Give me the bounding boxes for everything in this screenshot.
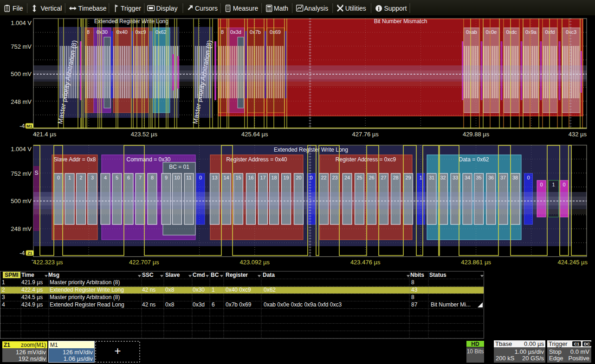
svg-text:Bit Number Mi...: Bit Number Mi... bbox=[431, 301, 471, 308]
svg-text:Cmd: Cmd bbox=[193, 272, 205, 278]
svg-text:8: 8 bbox=[411, 279, 414, 286]
svg-text:36: 36 bbox=[488, 175, 494, 180]
svg-text:2: 2 bbox=[2, 287, 5, 293]
svg-text:1.00 µs/div: 1.00 µs/div bbox=[515, 348, 544, 355]
svg-text:752 mV: 752 mV bbox=[11, 43, 32, 50]
svg-text:32: 32 bbox=[440, 175, 446, 180]
svg-text:SPMI: SPMI bbox=[5, 272, 18, 278]
svg-text:Timebase: Timebase bbox=[78, 5, 107, 12]
svg-text:Measure: Measure bbox=[233, 5, 259, 12]
svg-text:424.245 µs: 424.245 µs bbox=[557, 259, 588, 266]
svg-text:31: 31 bbox=[429, 175, 434, 180]
svg-text:752 mV: 752 mV bbox=[11, 170, 32, 177]
svg-text:Support: Support bbox=[384, 5, 407, 12]
svg-text:Vertical: Vertical bbox=[41, 5, 62, 12]
svg-text:0x9a: 0x9a bbox=[525, 29, 537, 35]
svg-text:4: 4 bbox=[2, 301, 5, 308]
svg-text:0.0 mV: 0.0 mV bbox=[570, 348, 590, 355]
svg-text:423.52 µs: 423.52 µs bbox=[131, 131, 158, 138]
svg-text:37: 37 bbox=[500, 175, 506, 180]
svg-text:M1: M1 bbox=[50, 342, 58, 348]
svg-text:1: 1 bbox=[552, 182, 555, 187]
svg-text:33: 33 bbox=[453, 175, 458, 180]
svg-text:500 mV: 500 mV bbox=[11, 70, 32, 77]
svg-text:Slave: Slave bbox=[165, 272, 180, 278]
svg-text:425.64 µs: 425.64 µs bbox=[241, 131, 268, 138]
svg-text:8: 8 bbox=[221, 29, 224, 35]
svg-text:Cursors: Cursors bbox=[195, 5, 218, 12]
svg-text:5: 5 bbox=[116, 175, 118, 180]
svg-text:25: 25 bbox=[356, 175, 362, 180]
svg-text:C1: C1 bbox=[574, 342, 580, 346]
svg-text:8: 8 bbox=[151, 175, 154, 180]
svg-text:20 GS/s: 20 GS/s bbox=[522, 355, 544, 362]
svg-text:0x30: 0x30 bbox=[193, 287, 205, 293]
svg-text:0x62: 0x62 bbox=[155, 29, 167, 35]
svg-text:1: 1 bbox=[212, 287, 215, 293]
svg-text:16: 16 bbox=[248, 175, 253, 180]
svg-text:0x62: 0x62 bbox=[264, 287, 276, 293]
svg-text:SSC: SSC bbox=[142, 272, 154, 278]
svg-text:35: 35 bbox=[476, 175, 481, 180]
svg-text:0xab 0x0e 0xdc 0x9a 0xfd 0xc3: 0xab 0x0e 0xdc 0x9a 0xfd 0xc3 bbox=[264, 301, 342, 308]
svg-text:1: 1 bbox=[2, 279, 5, 286]
svg-text:Utilities: Utilities bbox=[345, 5, 366, 12]
svg-text:0: 0 bbox=[563, 182, 565, 187]
svg-text:0x7b 0x69: 0x7b 0x69 bbox=[226, 301, 252, 308]
svg-text:6: 6 bbox=[212, 301, 215, 308]
svg-text:29: 29 bbox=[405, 175, 411, 180]
svg-text:Register Address = 0x40: Register Address = 0x40 bbox=[226, 156, 287, 163]
svg-text:42 ns: 42 ns bbox=[142, 287, 155, 293]
svg-text:0x69: 0x69 bbox=[270, 29, 281, 35]
svg-text:Display: Display bbox=[156, 5, 178, 12]
svg-text:Trigger: Trigger bbox=[121, 5, 141, 12]
svg-text:10 Bits: 10 Bits bbox=[467, 348, 484, 355]
svg-text:Data = 0x62: Data = 0x62 bbox=[459, 156, 489, 163]
svg-text:0: 0 bbox=[527, 175, 530, 180]
svg-text:HD: HD bbox=[471, 341, 479, 347]
svg-text:1.004 V: 1.004 V bbox=[11, 19, 32, 26]
svg-text:1: 1 bbox=[68, 175, 71, 180]
svg-text:3: 3 bbox=[91, 175, 94, 180]
svg-text:Z1: Z1 bbox=[27, 251, 32, 255]
svg-text:Math: Math bbox=[274, 5, 288, 12]
svg-text:10: 10 bbox=[174, 175, 180, 180]
svg-text:0x3d: 0x3d bbox=[193, 301, 205, 308]
svg-text:423.476 µs: 423.476 µs bbox=[350, 259, 381, 266]
svg-text:500 mV: 500 mV bbox=[11, 198, 32, 204]
svg-text:0x30: 0x30 bbox=[97, 29, 108, 35]
svg-text:Extended Register Write Long: Extended Register Write Long bbox=[274, 147, 348, 153]
svg-text:Extended Register Read Long: Extended Register Read Long bbox=[50, 301, 124, 308]
svg-text:Slave Addr = 0x8: Slave Addr = 0x8 bbox=[53, 156, 96, 163]
svg-text:Register: Register bbox=[226, 272, 248, 278]
svg-text:24: 24 bbox=[344, 175, 350, 180]
svg-text:0x7b: 0x7b bbox=[250, 29, 261, 35]
svg-text:1.004 V: 1.004 V bbox=[11, 146, 32, 153]
svg-text:0x8: 0x8 bbox=[165, 301, 175, 308]
svg-text:15: 15 bbox=[235, 175, 241, 180]
svg-text:Command = 0x30: Command = 0x30 bbox=[126, 156, 170, 163]
svg-text:13: 13 bbox=[212, 175, 217, 180]
svg-text:432 µs: 432 µs bbox=[569, 131, 587, 138]
svg-text:18: 18 bbox=[271, 175, 277, 180]
svg-text:0x0e: 0x0e bbox=[486, 29, 497, 35]
svg-text:9: 9 bbox=[165, 175, 168, 180]
svg-text:Nbits: Nbits bbox=[410, 272, 424, 278]
svg-text:Data: Data bbox=[263, 272, 275, 278]
svg-text:14: 14 bbox=[223, 175, 229, 180]
svg-text:Time: Time bbox=[21, 272, 34, 278]
svg-text:Stop: Stop bbox=[549, 348, 562, 355]
svg-text:Master priority Arbitration (8: Master priority Arbitration (8) bbox=[50, 279, 120, 286]
svg-text:42 ns: 42 ns bbox=[142, 301, 155, 308]
svg-text:126 mV/div: 126 mV/div bbox=[16, 349, 46, 356]
svg-text:0x8: 0x8 bbox=[165, 287, 175, 293]
svg-text:Master priority Arbitration (8: Master priority Arbitration (8) bbox=[50, 294, 120, 300]
svg-text:M1: M1 bbox=[26, 124, 32, 128]
svg-text:Tbase: Tbase bbox=[495, 340, 512, 347]
svg-text:0xfd: 0xfd bbox=[545, 29, 555, 35]
svg-text:20: 20 bbox=[296, 175, 301, 180]
svg-text:421.4 µs: 421.4 µs bbox=[33, 131, 57, 138]
svg-text:0.00 µs: 0.00 µs bbox=[524, 340, 544, 347]
svg-text:6: 6 bbox=[127, 175, 130, 180]
svg-text:3: 3 bbox=[2, 294, 5, 300]
